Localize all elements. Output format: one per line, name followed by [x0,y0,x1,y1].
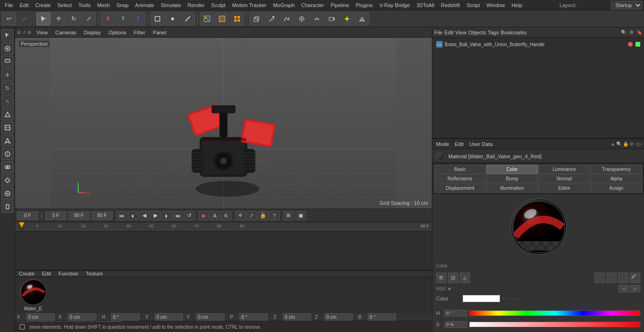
color-tool-5[interactable] [606,273,617,283]
paint-sidebar[interactable] [1,42,14,55]
menu-mesh[interactable]: Mesh [94,1,113,9]
generator-button[interactable] [295,12,309,25]
bp-menu-function[interactable]: Function [58,271,78,276]
tool9-sidebar[interactable] [1,161,14,173]
timeline-tracks[interactable] [15,232,432,270]
magnet-sidebar[interactable] [1,56,14,68]
current-frame-input[interactable] [17,211,38,220]
axis-y-button[interactable]: Y [116,12,130,25]
tool8-sidebar[interactable] [1,148,14,160]
s-slider[interactable] [469,322,640,327]
hsv-toggle[interactable]: HSV ▼ [436,286,452,292]
rb-file[interactable]: File [434,30,443,35]
mat-tab-bump[interactable]: Bump [487,174,538,183]
scale-tool-button[interactable]: ⤢ [82,12,96,25]
h-input-field[interactable] [445,310,467,316]
key-button[interactable]: K [221,211,231,220]
play-back-button[interactable]: ◀ [139,211,149,220]
tl-grid-button[interactable]: ⊞ [283,211,294,220]
mat-tab-basic[interactable]: Basic [434,165,486,174]
move-tool-button[interactable]: ✛ [51,12,66,25]
axis-x-button[interactable]: X [101,12,115,25]
p-input[interactable] [239,313,268,321]
tl-question-button[interactable]: ? [269,211,280,220]
menu-redshift[interactable]: Redshift [438,1,462,9]
cube-primitive-button[interactable] [249,12,264,25]
menu-render[interactable]: Render [185,1,207,9]
tl-zoom-button[interactable]: ⤢ [247,211,257,220]
bookmark-icon[interactable]: 🔖 [636,30,642,35]
tl-lock-button[interactable]: 🔒 [258,211,268,220]
menu-help[interactable]: Help [509,1,525,9]
menu-snap[interactable]: Snap [114,1,132,9]
menu-window[interactable]: Window [484,1,508,9]
step-back-button[interactable]: ⏴ [128,211,138,220]
play-button[interactable]: ▶ [150,211,161,220]
vp-menu-cameras[interactable]: Cameras [53,29,78,36]
me-arrows-icon[interactable]: ◁▷ [635,141,642,146]
goto-start-button[interactable]: ⏮ [116,211,127,220]
rotate-tool-button[interactable]: ↻ [66,12,81,25]
vp-menu-filter[interactable]: Filter [132,29,147,36]
rb-edit[interactable]: Edit [445,30,454,35]
filter-icon[interactable]: ⚙ [629,30,634,35]
vp-menu-view[interactable]: View [35,29,50,36]
menu-animate[interactable]: Animate [132,1,157,9]
bp-menu-create[interactable]: Create [19,271,34,276]
bp-menu-texture[interactable]: Texture [86,271,103,276]
spline-button[interactable] [280,12,294,25]
mat-tab-reflectance[interactable]: Reflectance [434,174,486,183]
tool12-sidebar[interactable] [1,201,14,213]
mat-tab-assign[interactable]: Assign [591,184,643,193]
menu-tools[interactable]: Tools [75,1,93,9]
color-swatch[interactable] [462,295,500,302]
mat-tab-displacement[interactable]: Displacement [434,184,486,193]
render-all-button[interactable] [230,12,244,25]
me-edit[interactable]: Edit [453,140,466,148]
object-item-main[interactable]: Lo Brass_Ball_Valve_with_Union_Butterfly… [434,40,642,49]
me-search-icon[interactable]: 🔍 [616,141,622,146]
menu-file[interactable]: File [2,1,16,9]
mat-tab-normal[interactable]: Normal [538,174,590,183]
color-tool-eyedrop[interactable] [630,273,640,283]
tool7-sidebar[interactable] [1,135,14,147]
menu-mograph[interactable]: MoGraph [270,1,297,9]
mat-tab-transparency[interactable]: Transparency [591,165,643,174]
rotate-sidebar[interactable]: ↻ [1,82,14,94]
tool11-sidebar[interactable] [1,187,14,200]
z-size-input[interactable] [324,313,353,321]
menu-motion-tracker[interactable]: Motion Tracker [229,1,269,9]
layout-select[interactable]: Startup [611,1,642,9]
viewport-canvas[interactable]: Perspective [15,38,432,209]
viewport[interactable]: ⊞ ↗ ⊕ View Cameras Display Options Filte… [15,27,432,209]
next-color-button[interactable]: ▷ [630,285,640,292]
rb-objects[interactable]: Objects [468,30,486,35]
pen-tool-button[interactable] [264,12,279,25]
color-tool-1[interactable] [436,273,446,283]
mat-tab-alpha[interactable]: Alpha [591,174,643,183]
loop-button[interactable]: ↺ [184,211,195,220]
rb-tags[interactable]: Tags [488,30,499,35]
vp-menu-panel[interactable]: Panel [151,29,168,36]
color-tool-2[interactable] [448,273,458,283]
select-tool-button[interactable] [36,12,50,25]
rb-bookmarks[interactable]: Bookmarks [501,30,527,35]
x-pos-input[interactable] [26,313,55,321]
h-slider[interactable] [469,310,640,316]
move-sidebar[interactable]: ✛ [1,69,14,81]
x-size-input[interactable] [68,313,96,321]
redo-button[interactable]: ⤾ [17,12,31,25]
prev-color-button[interactable]: ◁ [619,285,629,292]
points-mode-button[interactable] [165,12,180,25]
light-button[interactable] [340,12,354,25]
render-viewport-button[interactable] [200,12,214,25]
object-mode-button[interactable] [150,12,165,25]
end-frame-input-1[interactable] [68,211,90,220]
tool6-sidebar[interactable] [1,121,14,134]
mat-tab-editor[interactable]: Editor [538,184,590,193]
mat-sphere[interactable] [510,198,567,255]
menu-character[interactable]: Character [298,1,327,9]
y-pos-input[interactable] [155,313,183,321]
menu-pipeline[interactable]: Pipeline [328,1,352,9]
deformer-button[interactable] [310,12,324,25]
